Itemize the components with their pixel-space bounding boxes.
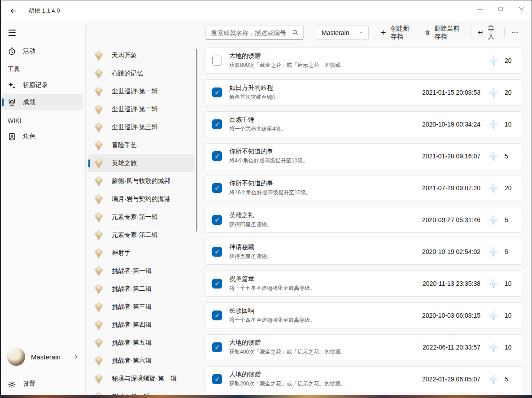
gold-emblem-icon bbox=[93, 247, 105, 259]
create-archive-label: 创建新存档 bbox=[390, 25, 415, 41]
achievement-checkbox[interactable] bbox=[212, 151, 222, 161]
minimize-button[interactable] bbox=[470, 0, 490, 18]
achievement-pane: Masterain 创建新存档 删除当前存档 导入 bbox=[205, 22, 532, 398]
create-archive-button[interactable]: 创建新存档 bbox=[376, 25, 420, 40]
user-profile-button[interactable]: Masterain bbox=[0, 343, 85, 371]
category-item[interactable]: 挑战者·第二辑 bbox=[88, 280, 195, 298]
achievement-checkbox[interactable] bbox=[212, 342, 222, 352]
maximize-button[interactable] bbox=[490, 0, 511, 18]
achievement-title: 百炼千锤 bbox=[229, 116, 286, 124]
achievement-card[interactable]: 你所不知道的事 将4个角色好感等级提升至10级。 2021-01-28 09:1… bbox=[205, 143, 523, 169]
primogem-icon bbox=[488, 87, 499, 98]
back-button[interactable] bbox=[6, 4, 21, 18]
achievement-checkbox[interactable] bbox=[212, 279, 222, 289]
more-button[interactable] bbox=[507, 25, 523, 40]
category-scrollbar[interactable] bbox=[196, 49, 197, 232]
achievement-reward-count: 5 bbox=[505, 216, 516, 223]
gear-icon bbox=[8, 380, 16, 389]
primogem-icon bbox=[488, 55, 499, 66]
category-item[interactable]: 挑战者·第三辑 bbox=[88, 298, 195, 316]
achievement-checkbox[interactable] bbox=[212, 311, 222, 320]
achievement-card[interactable]: 大地的馈赠 获取200次「藏金之花」或「启示之花」的馈藏。 2022-01-29… bbox=[205, 366, 523, 392]
category-item[interactable]: 神射手 bbox=[88, 244, 195, 262]
menu-button[interactable] bbox=[5, 25, 22, 40]
sidebar-item-角色[interactable]: 角色 bbox=[2, 128, 83, 144]
category-item[interactable]: 元素专家·第一辑 bbox=[88, 208, 195, 226]
achievement-checkbox[interactable] bbox=[212, 119, 222, 129]
sidebar-item-活动[interactable]: 活动 bbox=[2, 43, 83, 59]
achievement-checkbox[interactable] bbox=[212, 183, 222, 193]
category-item[interactable]: 璃月·岩与契约的海港 bbox=[88, 190, 195, 208]
sidebar-item-label: 角色 bbox=[23, 132, 35, 140]
category-item[interactable]: 挑战者·第一辑 bbox=[88, 262, 195, 280]
category-item[interactable]: 英雄之旅 bbox=[88, 154, 195, 172]
app-title: 胡桃 1.1.4.0 bbox=[29, 7, 60, 15]
achievement-card[interactable]: 你所不知道的事 将16个角色好感等级提升至10级。 2021-07-29 09:… bbox=[205, 175, 523, 201]
achievement-checkbox[interactable] bbox=[212, 247, 222, 257]
archive-select[interactable]: Masterain bbox=[316, 26, 369, 40]
category-item[interactable]: 挑战者·第五辑 bbox=[88, 334, 195, 352]
achievement-checkbox[interactable] bbox=[212, 215, 222, 225]
achievement-list: 大地的馈赠 获取800次「藏金之花」或「启示之花」的馈藏。 20 如日方升的旅程… bbox=[205, 48, 523, 398]
category-label: 挑战者·第五辑 bbox=[112, 339, 152, 347]
category-item[interactable]: 冒险手艺 bbox=[88, 136, 195, 154]
achievement-description: 将16个角色好感等级提升至10级。 bbox=[229, 189, 311, 197]
primogem-icon bbox=[488, 341, 499, 353]
achievement-reward-count: 20 bbox=[505, 89, 516, 96]
achievement-checkbox[interactable] bbox=[212, 56, 222, 66]
achievement-card[interactable]: 大地的馈赠 获取400次「藏金之花」或「启示之花」的馈藏。 2022-06-11… bbox=[205, 334, 523, 360]
selection-indicator bbox=[88, 159, 90, 167]
sidebar-item-settings[interactable]: 设置 bbox=[2, 374, 83, 394]
category-item[interactable]: 心跳的记忆 bbox=[88, 65, 195, 83]
achievement-date: 2020-09-27 05:31:46 bbox=[422, 216, 480, 223]
achievement-title: 如日方升的旅程 bbox=[229, 84, 281, 92]
achievement-text: 祝圣篇章 将一个五星圣遗物强化至最高等级。 bbox=[229, 275, 315, 292]
category-label: 蒙德·风与牧歌的城邦 bbox=[112, 177, 170, 185]
gold-emblem-icon bbox=[93, 319, 105, 331]
gold-emblem-icon bbox=[93, 283, 105, 295]
achievement-card[interactable]: 如日方升的旅程 角色首次突破至6阶。 2021-01-15 20:08:53 2… bbox=[205, 79, 523, 105]
primogem-icon bbox=[488, 246, 499, 258]
sidebar-bottom: Masterain 设置 bbox=[0, 343, 85, 398]
achievement-card[interactable]: 大地的馈赠 获取800次「藏金之花」或「启示之花」的馈藏。 20 bbox=[205, 48, 523, 74]
achievement-card[interactable]: 长歌回响 将一个四星圣遗物强化至最高等级。 2020-10-03 06:08:1… bbox=[205, 302, 523, 328]
primogem-icon bbox=[488, 182, 499, 194]
content-pane: 天地万象 心跳的记忆 尘世巡游·第一辑 尘世巡游·第二辑 bbox=[85, 22, 532, 398]
avatar bbox=[7, 348, 25, 366]
achievement-card[interactable]: 英雄之礼 获得四星圣遗物。 2020-09-27 05:31:46 5 bbox=[205, 207, 523, 233]
achievement-title: 大地的馈赠 bbox=[229, 52, 346, 60]
category-item[interactable]: 挑战者·第六辑 bbox=[88, 352, 195, 370]
close-button[interactable] bbox=[511, 0, 532, 18]
category-item[interactable]: 秘境与深境螺旋·第一辑 bbox=[88, 370, 195, 388]
achievement-checkbox[interactable] bbox=[212, 87, 222, 97]
achievement-card[interactable]: 百炼千锤 将一个武器突破至4阶。 2020-10-19 00:34:24 10 bbox=[205, 111, 523, 137]
gold-emblem-icon bbox=[93, 211, 105, 223]
category-label: 神射手 bbox=[112, 249, 131, 257]
sidebar-item-成就[interactable]: 成就 bbox=[2, 94, 83, 110]
import-button[interactable]: 导入 bbox=[473, 25, 502, 40]
category-item[interactable]: 天地万象 bbox=[88, 47, 195, 65]
character-card-icon bbox=[8, 132, 16, 141]
search-box bbox=[205, 26, 304, 40]
achievement-card[interactable]: 祝圣篇章 将一个五星圣遗物强化至最高等级。 2020-11-13 23:35:3… bbox=[205, 271, 523, 297]
minimize-icon bbox=[477, 6, 484, 13]
category-item[interactable]: 尘世巡游·第二辑 bbox=[88, 101, 195, 118]
category-item[interactable]: 尘世巡游·第一辑 bbox=[88, 83, 195, 101]
achievement-date: 2020-11-13 23:35:38 bbox=[423, 280, 480, 287]
achievement-date: 2020-10-19 02:54:02 bbox=[422, 248, 480, 255]
achievement-card[interactable]: 神话秘藏 获得五星圣遗物。 2020-10-19 02:54:02 5 bbox=[205, 239, 523, 265]
category-item[interactable]: 尘世巡游·第三辑 bbox=[88, 118, 195, 136]
category-item[interactable]: 蒙德·风与牧歌的城邦 bbox=[88, 172, 195, 190]
search-input[interactable] bbox=[211, 29, 292, 36]
category-item[interactable]: 挑战者·第四辑 bbox=[88, 316, 195, 334]
import-label: 导入 bbox=[488, 25, 498, 41]
sidebar-nav-list: 活动 工具 祈愿记录 成就 WIKI 角色 bbox=[0, 42, 85, 145]
sidebar-item-祈愿记录[interactable]: 祈愿记录 bbox=[2, 77, 83, 93]
category-label: 英雄之旅 bbox=[112, 159, 137, 167]
achievement-description: 获取800次「藏金之花」或「启示之花」的馈藏。 bbox=[229, 61, 346, 69]
category-item[interactable]: 元素专家·第二辑 bbox=[88, 226, 195, 244]
achievement-checkbox[interactable] bbox=[212, 374, 222, 384]
delete-archive-button[interactable]: 删除当前存档 bbox=[420, 25, 469, 40]
achievement-title: 神话秘藏 bbox=[229, 243, 272, 251]
achievement-title: 你所不知道的事 bbox=[229, 148, 308, 156]
